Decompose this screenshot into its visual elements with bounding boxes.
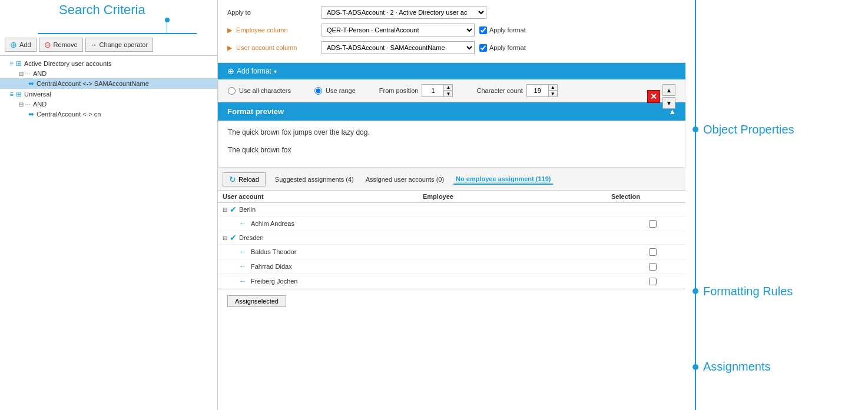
tab-assigned[interactable]: Assigned user accounts (0)	[363, 175, 446, 184]
list-icon: ≡	[9, 59, 14, 68]
tab-no-employee[interactable]: No employee assignment (119)	[453, 174, 553, 185]
use-range-radio[interactable]	[314, 87, 322, 95]
dropdown-arrow-icon: ▾	[274, 68, 277, 75]
apply-format-2-checkbox[interactable]	[479, 44, 487, 52]
row-achim-andreas: ← Achim Andreas Select employee...	[218, 216, 685, 231]
tree-area: ≡ ⊞ Active Directory user accounts ⊟ ⋯ A…	[0, 56, 217, 410]
use-range-group: Use range	[314, 87, 356, 95]
expand-icon-2: ⊟	[19, 101, 24, 108]
list-icon-3: ≡	[9, 90, 14, 98]
apply-to-select[interactable]: ADS-T-ADSAccount · 2 · Active Directory …	[322, 6, 486, 19]
tree-group-ad[interactable]: ≡ ⊞ Active Directory user accounts	[0, 58, 217, 69]
checkbox-fahrrad[interactable]	[649, 263, 657, 271]
header-line	[167, 22, 167, 33]
character-count-group: Character count ▲ ▼	[476, 84, 557, 97]
tab-suggested[interactable]: Suggested assignments (4)	[273, 175, 356, 184]
arrow-left-icon-freiberg: ←	[239, 277, 246, 285]
apply-to-label: Apply to	[227, 9, 322, 16]
from-position-input-wrap: ▲ ▼	[422, 84, 453, 97]
assign-selected-button[interactable]: Assignselected	[227, 295, 286, 307]
as-dot	[693, 364, 698, 370]
employee-column-select[interactable]: QER-T-Person · CentralAccount	[322, 24, 475, 36]
checkbox-freiberg[interactable]	[649, 278, 657, 285]
reload-icon: ↻	[229, 175, 236, 184]
character-count-spin-controls: ▲ ▼	[548, 85, 557, 96]
tree-group-universal[interactable]: ≡ ⊞ Universal	[0, 89, 217, 99]
col-header-user-account: User account	[223, 193, 423, 200]
assignments-label: Assignments	[703, 360, 771, 374]
user-freiberg-text: Freiberg Jochen	[251, 278, 298, 285]
group-row-dresden: ⊟ ✔ Dresden	[218, 231, 685, 245]
op-annot-content: Object Properties	[705, 123, 794, 136]
checkbox-baldus[interactable]	[649, 248, 657, 256]
link-icon-1: ⬌	[28, 79, 34, 88]
change-operator-button[interactable]: ↔ Change operator	[85, 38, 154, 52]
user-baldus: ← Baldus Theodor	[223, 248, 423, 256]
tabs-bar: ↻ Reload Suggested assignments (4) Assig…	[218, 169, 685, 191]
tree-and-node-1[interactable]: ⊟ ⋯ AND	[0, 69, 217, 78]
user-account-column-row: ▶ User account column ADS-T-ADSAccount ·…	[227, 41, 676, 54]
change-operator-icon: ↔	[91, 41, 97, 48]
tree-and-node-2[interactable]: ⊟ ⋯ AND	[0, 99, 217, 109]
apply-format-2-label: Apply format	[489, 44, 526, 51]
remove-icon: ⊖	[44, 40, 51, 49]
checkbox-achim[interactable]	[649, 220, 657, 228]
col-header-employee: Employee	[423, 193, 611, 200]
character-count-up-button[interactable]: ▲	[549, 85, 557, 91]
object-properties-section: Apply to ADS-T-ADSAccount · 2 · Active D…	[218, 0, 685, 63]
user-account-column-controls: ADS-T-ADSAccount · SAMAccountName Apply …	[322, 41, 676, 54]
arrow-left-icon-baldus: ←	[239, 248, 246, 256]
object-properties-annotation: Object Properties	[695, 0, 868, 259]
delete-format-button[interactable]: ✕	[647, 90, 660, 103]
group-dresden-text: Dresden	[239, 234, 264, 241]
add-format-button[interactable]: ⊕ Add format ▾	[224, 65, 280, 77]
user-account-column-label: ▶ User account column	[227, 44, 322, 52]
ad-group-label: Active Directory user accounts	[24, 60, 112, 67]
group-berlin-label: ⊟ ✔ Berlin	[223, 205, 423, 214]
preview-formatted-text: The quick brown fox	[228, 146, 675, 154]
table-header: User account Employee Selection	[218, 191, 685, 203]
from-position-input[interactable]	[422, 85, 443, 96]
add-icon: ⊕	[10, 40, 17, 49]
tree-link-central-sam[interactable]: ⬌ CentralAccount <-> SAMAccountName	[0, 78, 217, 89]
employee-column-row: ▶ Employee column QER-T-Person · Central…	[227, 24, 676, 36]
user-account-column-select[interactable]: ADS-T-ADSAccount · SAMAccountName	[322, 41, 475, 54]
search-criteria-header: Search Criteria	[0, 0, 217, 34]
and-label-1: AND	[33, 70, 47, 77]
content-area: Apply to ADS-T-ADSAccount · 2 · Active D…	[218, 0, 685, 410]
character-count-down-button[interactable]: ▼	[549, 91, 557, 96]
from-position-spin-controls: ▲ ▼	[443, 85, 452, 96]
arrow-left-icon-achim: ←	[239, 219, 246, 228]
list-icon2: ⊞	[16, 59, 22, 68]
and-icon-2: ⋯	[25, 101, 31, 108]
tree-link-central-cn[interactable]: ⬌ CentralAccount <-> cn	[0, 109, 217, 119]
as-annot-content: Assignments	[705, 360, 771, 374]
remove-button[interactable]: ⊖ Remove	[39, 38, 83, 52]
move-down-button[interactable]: ▼	[662, 97, 675, 109]
from-position-up-button[interactable]: ▲	[444, 85, 452, 91]
link-label-1: CentralAccount <-> SAMAccountName	[37, 80, 149, 87]
move-up-button[interactable]: ▲	[662, 84, 675, 96]
employee-column-label: ▶ Employee column	[227, 26, 322, 34]
col-header-selection: Selection	[611, 193, 694, 200]
use-all-characters-radio[interactable]	[228, 87, 236, 95]
bottom-panel: ↻ Reload Suggested assignments (4) Assig…	[218, 168, 685, 313]
character-count-input[interactable]	[527, 85, 548, 96]
arrow-left-icon-fahrrad: ←	[239, 262, 246, 271]
user-achim: ← Achim Andreas	[223, 219, 423, 228]
header-dot	[165, 18, 170, 22]
user-fahrrad: ← Fahrrad Didax	[223, 262, 423, 271]
arrow-buttons: ▲ ▼	[662, 84, 675, 109]
apply-to-row: Apply to ADS-T-ADSAccount · 2 · Active D…	[227, 6, 676, 19]
add-button[interactable]: ⊕ Add	[5, 38, 37, 52]
user-baldus-text: Baldus Theodor	[251, 248, 296, 255]
selection-fahrrad	[611, 263, 685, 271]
apply-format-1-checkbox[interactable]	[479, 26, 487, 34]
search-criteria-title: Search Criteria	[59, 2, 217, 18]
apply-format-1-label: Apply format	[489, 26, 526, 34]
user-fahrrad-text: Fahrrad Didax	[251, 263, 292, 270]
op-dot	[693, 126, 698, 132]
reload-button[interactable]: ↻ Reload	[223, 172, 266, 186]
from-position-down-button[interactable]: ▼	[444, 91, 452, 96]
from-position-group: From position ▲ ▼	[379, 84, 453, 97]
